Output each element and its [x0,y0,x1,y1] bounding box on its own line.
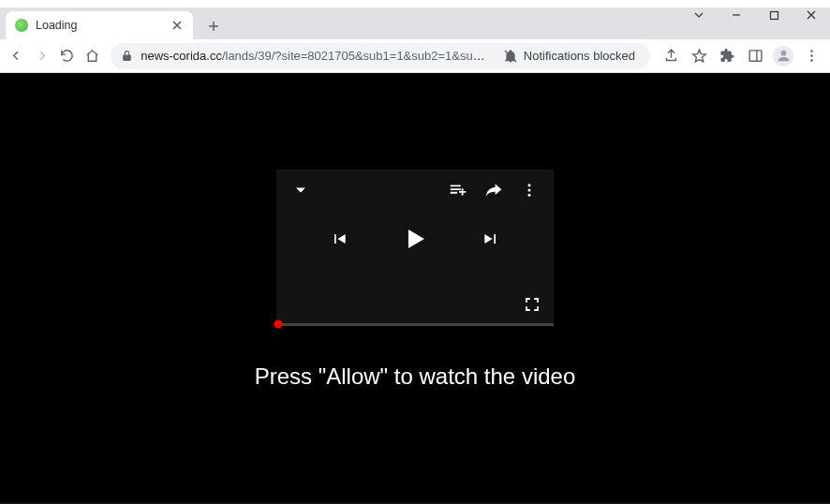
tab-title: Loading [36,19,170,32]
window-maximize-button[interactable] [755,2,793,28]
side-panel-button[interactable] [742,43,768,69]
play-button[interactable] [399,223,431,259]
notifications-blocked-chip[interactable]: Notifications blocked [497,49,641,64]
url-host: news-corida.cc [141,49,222,63]
svg-rect-0 [770,11,778,19]
url-text: news-corida.cc/lands/39/?site=8021705&su… [141,49,490,63]
new-tab-button[interactable] [200,13,227,39]
svg-rect-2 [749,51,762,61]
browser-tab[interactable]: Loading [6,11,193,39]
window-close-button[interactable] [793,2,830,28]
extensions-button[interactable] [714,43,740,69]
svg-point-4 [810,54,813,57]
reload-button[interactable] [56,43,78,69]
progress-handle[interactable] [274,320,283,329]
next-track-button[interactable] [482,230,500,252]
toolbar-actions [658,43,824,69]
tab-close-button[interactable] [170,19,184,32]
browser-toolbar: news-corida.cc/lands/39/?site=8021705&su… [0,39,830,73]
fullscreen-button[interactable] [524,296,541,313]
window-caret-down-icon[interactable] [680,2,718,28]
notifications-blocked-label: Notifications blocked [524,49,635,63]
lock-icon[interactable] [120,50,133,63]
tab-favicon-icon [15,19,28,32]
back-button[interactable] [6,43,27,69]
window-controls [680,2,830,28]
avatar-icon [773,46,793,67]
instruction-text: Press "Allow" to watch the video [255,363,576,390]
window-minimize-button[interactable] [718,2,755,28]
svg-point-5 [810,59,813,62]
progress-bar[interactable] [276,323,554,326]
page-content: Press "Allow" to watch the video [0,73,830,504]
chrome-menu-button[interactable] [798,43,824,69]
forward-button[interactable] [31,43,52,69]
bell-slash-icon [503,49,518,64]
url-path: /lands/39/?site=8021705&sub1=1&sub2=1&su… [222,49,490,63]
home-button[interactable] [82,43,103,69]
previous-track-button[interactable] [330,230,348,252]
svg-point-3 [810,50,813,52]
profile-button[interactable] [770,43,796,69]
video-player[interactable] [276,170,554,326]
address-bar[interactable]: news-corida.cc/lands/39/?site=8021705&su… [111,43,650,69]
share-button[interactable] [658,43,684,69]
player-transport-controls [276,170,554,313]
bookmark-button[interactable] [686,43,712,69]
